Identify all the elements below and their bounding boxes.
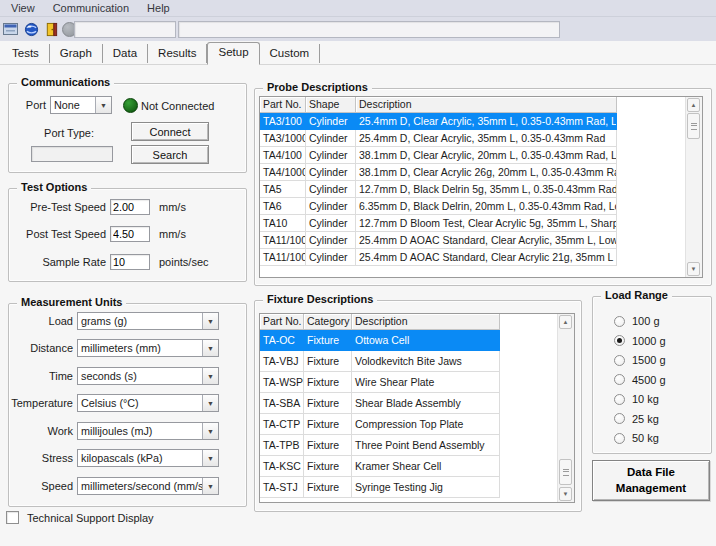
- table-cell: TA-OC: [260, 330, 304, 351]
- chevron-down-icon[interactable]: ▼: [202, 478, 218, 494]
- port-select[interactable]: None ▼: [50, 96, 112, 114]
- load-range-option-1000-g[interactable]: 1000 g: [614, 335, 707, 347]
- table-row[interactable]: TA11/100Cylinder25.4mm D AOAC Standard, …: [260, 232, 702, 249]
- chevron-down-icon[interactable]: ▼: [202, 423, 218, 439]
- data-file-management-button[interactable]: Data File Management: [592, 460, 710, 501]
- column-header-part-no[interactable]: Part No.: [260, 314, 304, 330]
- sample-rate-input[interactable]: [110, 254, 150, 270]
- tab-setup[interactable]: Setup: [207, 42, 259, 65]
- distance-units-select[interactable]: millimeters (mm)▼: [77, 339, 219, 357]
- table-cell: TA5: [260, 181, 306, 198]
- application-window: ViewCommunicationHelp: [0, 0, 716, 546]
- chevron-down-icon[interactable]: ▼: [202, 313, 218, 329]
- load-units-select[interactable]: grams (g)▼: [77, 312, 219, 330]
- pre-test-speed-input[interactable]: [110, 199, 150, 215]
- post-test-speed-input[interactable]: [110, 226, 150, 242]
- speed-units-value: millimeters/second (mm/s): [78, 479, 202, 493]
- table-row[interactable]: TA-CTPFixtureCompression Top Plate: [260, 414, 574, 435]
- load-range-option-25-kg[interactable]: 25 kg: [614, 413, 707, 425]
- table-row[interactable]: TA-TPBFixtureThree Point Bend Assembly: [260, 435, 574, 456]
- table-cell: 12.7mm D, Black Delrin 5g, 35mm L, 0.35-…: [356, 181, 617, 198]
- table-row[interactable]: TA-STJFixtureSyringe Testing Jig: [260, 477, 574, 498]
- globe-icon[interactable]: [22, 20, 40, 38]
- column-header-shape[interactable]: Shape: [306, 97, 356, 113]
- scroll-up-icon[interactable]: ▲: [687, 98, 700, 112]
- measurement-unit-row: Speedmillimeters/second (mm/s)▼: [9, 477, 240, 495]
- table-row[interactable]: TA-OCFixtureOttowa Cell: [260, 330, 574, 351]
- column-header-description[interactable]: Description: [352, 314, 500, 330]
- table-cell: TA3/1000: [260, 130, 306, 147]
- table-row[interactable]: TA4/100Cylinder38.1mm D, Clear Acrylic, …: [260, 147, 702, 164]
- table-row[interactable]: TA10Cylinder12.7mm D Bloom Test, Clear A…: [260, 215, 702, 232]
- stress-units-select[interactable]: kilopascals (kPa)▼: [77, 449, 219, 467]
- table-row[interactable]: TA4/1000Cylinder38.1mm D, Clear Acrylic …: [260, 164, 702, 181]
- load-range-option-label: 10 kg: [632, 393, 659, 405]
- menu-communication[interactable]: Communication: [44, 1, 138, 16]
- table-row[interactable]: TA-WSPFixtureWire Shear Plate: [260, 372, 574, 393]
- fixture-table[interactable]: ▲ ▼ Part No.CategoryDescriptionTA-OCFixt…: [259, 313, 575, 503]
- load-range-option-4500-g[interactable]: 4500 g: [614, 374, 707, 386]
- pre-test-speed-unit: mm/s: [159, 201, 186, 213]
- table-row[interactable]: TA3/1000Cylinder25.4mm D, Clear Acrylic,…: [260, 130, 702, 147]
- column-header-description[interactable]: Description: [356, 97, 617, 113]
- work-units-select[interactable]: millijoules (mJ)▼: [77, 422, 219, 440]
- tab-data[interactable]: Data: [103, 44, 148, 63]
- load-range-option-10-kg[interactable]: 10 kg: [614, 393, 707, 405]
- table-row[interactable]: TA-VBJFixtureVolodkevitch Bite Jaws: [260, 351, 574, 372]
- scroll-up-icon[interactable]: ▲: [559, 315, 572, 329]
- fixture-table-scrollbar[interactable]: ▲ ▼: [557, 314, 574, 502]
- speed-units-select[interactable]: millimeters/second (mm/s)▼: [77, 477, 219, 495]
- exit-door-icon[interactable]: [42, 20, 60, 38]
- table-row[interactable]: TA-SBAFixtureShear Blade Assembly: [260, 393, 574, 414]
- tab-results[interactable]: Results: [148, 44, 207, 63]
- globe-icon-glyph: [24, 22, 39, 37]
- load-range-option-50-kg[interactable]: 50 kg: [614, 432, 707, 444]
- column-header-category[interactable]: Category: [304, 314, 352, 330]
- tab-tests[interactable]: Tests: [2, 44, 50, 63]
- tab-custom[interactable]: Custom: [260, 44, 321, 63]
- table-cell: 12.7mm D Bloom Test, Clear Acrylic 5g, 3…: [356, 215, 617, 232]
- load-range-option-label: 100 g: [632, 315, 660, 327]
- scroll-down-icon[interactable]: ▼: [687, 262, 700, 276]
- table-row[interactable]: TA11/1000Cylinder25.4mm D AOAC Standard,…: [260, 249, 702, 266]
- temperature-units-select[interactable]: Celsius (°C)▼: [77, 394, 219, 412]
- measurement-unit-row: TemperatureCelsius (°C)▼: [9, 394, 240, 412]
- load-range-option-1500-g[interactable]: 1500 g: [614, 354, 707, 366]
- window-icon[interactable]: [2, 20, 20, 38]
- table-row[interactable]: TA6Cylinder6.35mm D, Black Delrin, 20mm …: [260, 198, 702, 215]
- time-units-select[interactable]: seconds (s)▼: [77, 367, 219, 385]
- toolbar: [0, 17, 716, 42]
- scrollbar-thumb[interactable]: [559, 459, 572, 485]
- table-row[interactable]: TA-KSCFixtureKramer Shear Cell: [260, 456, 574, 477]
- tab-graph[interactable]: Graph: [50, 44, 103, 63]
- column-header-part-no[interactable]: Part No.: [260, 97, 306, 113]
- distance-units-value: millimeters (mm): [78, 341, 202, 355]
- port-select-value: None: [51, 98, 95, 112]
- probe-table[interactable]: ▲ ▼ Part No.ShapeDescriptionTA3/100Cylin…: [259, 96, 703, 278]
- chevron-down-icon[interactable]: ▼: [95, 97, 111, 113]
- chevron-down-icon[interactable]: ▼: [202, 450, 218, 466]
- load-range-option-label: 50 kg: [632, 432, 659, 444]
- table-cell: Fixture: [304, 477, 352, 498]
- technical-support-display-label: Technical Support Display: [27, 512, 154, 524]
- load-range-option-100-g[interactable]: 100 g: [614, 315, 707, 327]
- scroll-down-icon[interactable]: ▼: [559, 487, 572, 501]
- port-type-field[interactable]: [31, 146, 113, 162]
- chevron-down-icon[interactable]: ▼: [202, 395, 218, 411]
- menu-help[interactable]: Help: [138, 1, 179, 16]
- radio-icon: [614, 335, 625, 346]
- test-options-title: Test Options: [17, 181, 91, 193]
- probe-table-scrollbar[interactable]: ▲ ▼: [685, 97, 702, 277]
- connect-button[interactable]: Connect: [131, 122, 209, 141]
- test-option-row: Post Test Speedmm/s: [9, 226, 240, 242]
- search-button[interactable]: Search: [131, 145, 209, 164]
- scrollbar-thumb[interactable]: [687, 113, 700, 139]
- technical-support-display-checkbox[interactable]: Technical Support Display: [6, 511, 154, 524]
- chevron-down-icon[interactable]: ▼: [202, 368, 218, 384]
- exit-door-icon-glyph: [44, 22, 59, 37]
- chevron-down-icon[interactable]: ▼: [202, 340, 218, 356]
- table-row[interactable]: TA3/100Cylinder25.4mm D, Clear Acrylic, …: [260, 113, 702, 130]
- menu-view[interactable]: View: [2, 1, 44, 16]
- table-row[interactable]: TA5Cylinder12.7mm D, Black Delrin 5g, 35…: [260, 181, 702, 198]
- table-cell: TA-KSC: [260, 456, 304, 477]
